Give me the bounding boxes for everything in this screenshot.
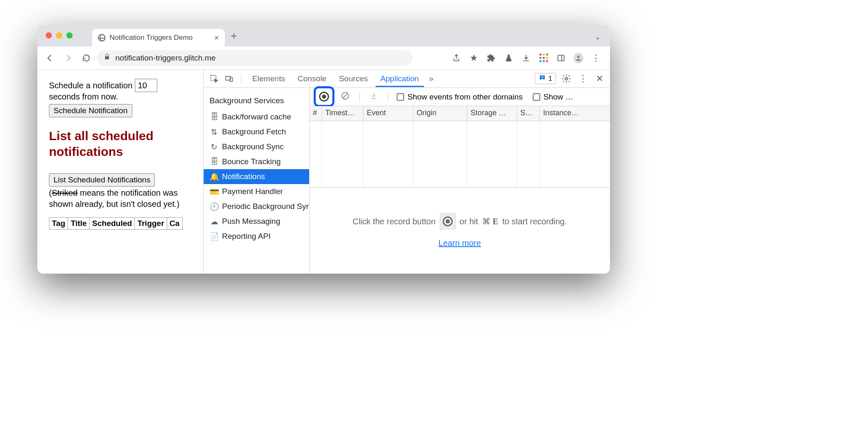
devtools-kebab-icon[interactable]: ⋮ [577, 73, 589, 85]
minimize-window-button[interactable] [56, 32, 62, 39]
th-scheduled: Scheduled [90, 218, 135, 230]
sidebar-item-bg-sync[interactable]: ↻Background Sync [204, 139, 309, 154]
sidebar-item-bounce[interactable]: 🗄Bounce Tracking [204, 154, 309, 169]
back-button[interactable] [42, 51, 57, 66]
record-icon[interactable] [319, 92, 329, 102]
sidebar-item-bfcache[interactable]: 🗄Back/forward cache [204, 109, 309, 124]
issues-badge[interactable]: 1 [535, 73, 556, 84]
browser-toolbar: notification-triggers.glitch.me ★ [37, 46, 610, 70]
new-tab-button[interactable]: + [231, 29, 237, 42]
tab-sources[interactable]: Sources [334, 70, 373, 87]
devtools-body: Background Services 🗄Back/forward cache … [204, 88, 610, 274]
content-split: Schedule a notification seconds from now… [37, 70, 610, 274]
forward-button[interactable] [61, 51, 76, 66]
schedule-text-suffix: seconds from now. [49, 92, 192, 102]
th-timestamp[interactable]: Timest… [322, 106, 363, 121]
close-window-button[interactable] [46, 32, 52, 39]
devtools-settings-icon[interactable] [560, 73, 573, 85]
show-other-domains-checkbox[interactable]: Show events from other domains [397, 92, 523, 102]
th-s[interactable]: S… [517, 106, 540, 121]
th-tag: Tag [49, 218, 68, 230]
th-storage[interactable]: Storage … [467, 106, 517, 121]
sidebar-item-payment[interactable]: 💳Payment Handler [204, 184, 309, 199]
url-text: notification-triggers.glitch.me [115, 53, 216, 63]
device-toolbar-icon[interactable] [223, 73, 235, 85]
th-origin[interactable]: Origin [413, 106, 467, 121]
profile-avatar[interactable] [573, 53, 583, 63]
zoom-window-button[interactable] [66, 32, 73, 39]
svg-rect-6 [541, 78, 543, 78]
tab-console[interactable]: Console [293, 70, 332, 87]
notifications-table: Tag Title Scheduled Trigger Ca [49, 217, 183, 230]
cloud-icon: ☁ [210, 217, 219, 226]
record-button-highlight [314, 86, 334, 107]
save-icon[interactable] [368, 91, 380, 102]
th-trigger: Trigger [135, 218, 167, 230]
list-scheduled-button[interactable]: List Scheduled Notifications [49, 173, 155, 187]
sidebar-item-reporting[interactable]: 📄Reporting API [204, 229, 309, 244]
browser-tab[interactable]: Notification Triggers Demo × [92, 29, 225, 46]
reload-button[interactable] [79, 51, 94, 66]
notifications-toolbar: Show events from other domains Show … [310, 88, 610, 106]
hint-text-mid: or hit [460, 217, 478, 226]
hint-text-pre: Click the record button [353, 217, 436, 226]
schedule-text-prefix: Schedule a notification [49, 81, 132, 90]
more-tabs-icon[interactable]: » [427, 74, 436, 83]
issue-icon [539, 74, 546, 83]
sidebar-item-notifications[interactable]: 🔔Notifications [204, 169, 309, 184]
checkbox-icon [533, 93, 540, 101]
striked-word: Striked [52, 188, 78, 197]
lock-icon [104, 53, 110, 63]
th-title: Title [68, 218, 90, 230]
application-sidebar: Background Services 🗄Back/forward cache … [204, 88, 310, 274]
window-controls [46, 32, 73, 39]
flask-icon[interactable] [504, 53, 514, 63]
bell-icon: 🔔 [210, 172, 219, 182]
tab-elements[interactable]: Elements [247, 70, 290, 87]
extensions-icon[interactable] [486, 53, 496, 63]
kebab-menu-icon[interactable]: ⋮ [591, 53, 601, 63]
tab-list-dropdown-icon[interactable]: ⌄ [595, 32, 605, 41]
svg-rect-5 [541, 76, 544, 77]
downloads-icon[interactable] [521, 53, 531, 63]
sidebar-item-periodic[interactable]: 🕘Periodic Background Sync [204, 199, 309, 214]
share-icon[interactable] [451, 53, 461, 63]
th-instance[interactable]: Instance… [540, 106, 610, 121]
hint-text-post: to start recording. [502, 217, 567, 226]
devtools-panel: Elements Console Sources Application » 1 [203, 70, 610, 274]
document-icon: 📄 [210, 232, 219, 241]
address-bar[interactable]: notification-triggers.glitch.me [97, 50, 412, 66]
bookmark-star-icon[interactable]: ★ [469, 53, 479, 63]
page-heading: List all scheduled notifications [49, 128, 192, 159]
schedule-notification-button[interactable]: Schedule Notification [49, 104, 132, 117]
clear-icon[interactable] [339, 91, 351, 102]
hint-record-icon [440, 214, 456, 229]
web-page: Schedule a notification seconds from now… [37, 70, 203, 274]
tab-application[interactable]: Application [375, 70, 424, 87]
application-main: Show events from other domains Show … # … [310, 88, 610, 274]
th-cancel: Ca [167, 218, 182, 230]
sidebar-item-bg-fetch[interactable]: ⇅Background Fetch [204, 124, 309, 139]
devtools-tabstrip: Elements Console Sources Application » 1 [204, 70, 610, 88]
recording-hint: Click the record button or hit ⌘ E to st… [310, 187, 610, 274]
inspect-element-icon[interactable] [208, 73, 220, 85]
card-icon: 💳 [210, 187, 219, 197]
close-tab-icon[interactable]: × [214, 33, 219, 43]
fetch-icon: ⇅ [210, 127, 219, 137]
side-panel-icon[interactable] [556, 53, 566, 63]
show-more-checkbox[interactable]: Show … [533, 92, 573, 102]
google-icon[interactable] [539, 53, 549, 63]
issue-count: 1 [549, 75, 552, 83]
svg-rect-3 [226, 76, 231, 80]
devtools-close-icon[interactable]: ✕ [593, 73, 606, 85]
checkbox-icon [397, 93, 404, 101]
svg-point-7 [565, 78, 568, 80]
th-event[interactable]: Event [363, 106, 413, 121]
database-icon: 🗄 [210, 157, 219, 166]
seconds-input[interactable] [135, 79, 157, 92]
learn-more-link[interactable]: Learn more [439, 238, 481, 248]
th-index[interactable]: # [310, 106, 322, 121]
sidebar-item-push[interactable]: ☁Push Messaging [204, 214, 309, 229]
hint-shortcut: ⌘ E [482, 216, 498, 226]
globe-icon [98, 34, 105, 41]
